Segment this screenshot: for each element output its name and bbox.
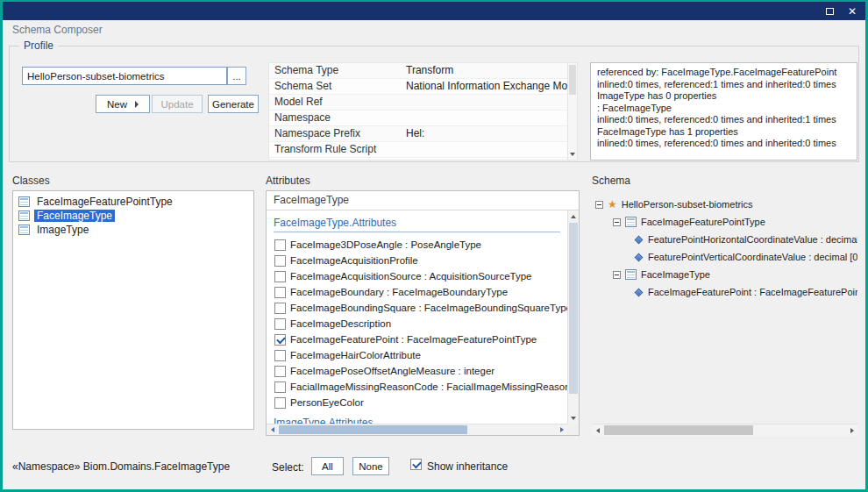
- tree-row[interactable]: FaceImageFeaturePoint : FaceImageFeature…: [592, 283, 857, 301]
- tree-row[interactable]: ★ HelloPerson-subset-biometrics: [592, 196, 857, 213]
- attribute-row[interactable]: FaceImagePoseOffsetAngleMeasure : intege…: [267, 363, 567, 379]
- tree-collapse-icon[interactable]: [595, 201, 603, 209]
- property-row[interactable]: Schema Type Transform: [269, 63, 567, 79]
- update-button[interactable]: Update: [152, 95, 203, 113]
- profile-info-panel: referenced by: FaceImageType.FaceImageFe…: [590, 62, 857, 160]
- scroll-down-icon[interactable]: [568, 149, 577, 159]
- attribute-label: FaceImagePoseOffsetAngleMeasure : intege…: [290, 366, 494, 376]
- tree-row[interactable]: FeaturePointVerticalCoordinateValue : de…: [592, 248, 857, 266]
- generate-button[interactable]: Generate: [208, 95, 259, 113]
- scroll-right-icon[interactable]: [556, 424, 567, 435]
- property-grid-rows: Schema Type Transform Schema Set Nationa…: [269, 63, 567, 160]
- scroll-left-icon[interactable]: [592, 424, 603, 436]
- attribute-checkbox[interactable]: [274, 255, 286, 267]
- attribute-checkbox[interactable]: [274, 271, 286, 282]
- property-row[interactable]: Transform Rule Script: [269, 142, 567, 158]
- profile-group-label: Profile: [19, 39, 58, 52]
- property-name: Namespace: [269, 111, 401, 125]
- attributes-vertical-scrollbar[interactable]: [567, 210, 579, 424]
- select-none-button[interactable]: None: [352, 457, 389, 475]
- close-icon[interactable]: ✕: [848, 6, 857, 17]
- select-all-button[interactable]: All: [311, 457, 344, 475]
- scrollbar-thumb[interactable]: [569, 65, 576, 95]
- attribute-row[interactable]: FaceImageAcquisitionSource : Acquisition…: [267, 268, 567, 284]
- restore-icon[interactable]: [826, 8, 834, 15]
- tree-row[interactable]: FaceImageFeaturePointType: [592, 213, 857, 231]
- attribute-label: FaceImageHairColorAttribute: [290, 350, 421, 360]
- attribute-label: FaceImageFeaturePoint : FaceImageFeature…: [290, 334, 537, 345]
- property-value: [401, 142, 567, 157]
- scroll-up-icon[interactable]: [568, 210, 579, 222]
- profile-name-input[interactable]: [22, 67, 227, 85]
- property-row[interactable]: Namespace Prefix Hel:: [269, 126, 567, 142]
- attribute-checkbox[interactable]: [274, 318, 286, 330]
- schema-panel: ★ HelloPerson-subset-biometrics FaceImag…: [592, 190, 857, 436]
- tree-row[interactable]: FaceImageType: [592, 266, 857, 283]
- titlebar: ✕: [3, 2, 865, 20]
- attribute-row[interactable]: FacialImageMissingReasonCode : FacialIma…: [267, 379, 567, 395]
- property-name: Schema Set: [269, 79, 401, 94]
- attribute-row[interactable]: PersonEyeColor: [267, 395, 567, 410]
- attribute-row[interactable]: FaceImageFeaturePoint : FaceImageFeature…: [267, 332, 567, 347]
- scrollbar-thumb[interactable]: [604, 425, 753, 435]
- attribute-label: FaceImage3DPoseAngle : PoseAngleType: [290, 239, 481, 250]
- property-value: [401, 111, 567, 125]
- browse-button[interactable]: ...: [227, 67, 246, 85]
- scrollbar-thumb[interactable]: [279, 425, 467, 434]
- info-line: inlined:0 times, referenced:0 times and …: [597, 114, 850, 126]
- attribute-checkbox[interactable]: [274, 287, 286, 298]
- attributes-horizontal-scrollbar[interactable]: [267, 424, 567, 435]
- new-button-label: New: [107, 99, 127, 110]
- class-item-label: ImageType: [34, 224, 91, 236]
- property-grid-scrollbar[interactable]: [567, 63, 577, 160]
- tree-label: FeaturePointVerticalCoordinateValue : de…: [648, 252, 857, 262]
- attribute-checkbox[interactable]: [274, 303, 286, 314]
- scroll-down-icon[interactable]: [568, 412, 579, 424]
- class-item-label: FaceImageType: [34, 210, 115, 222]
- attributes-section-header: ImageType.Attributes: [274, 417, 560, 424]
- class-list-item[interactable]: FaceImageFeaturePointType: [13, 195, 253, 209]
- schema-horizontal-scrollbar[interactable]: [592, 424, 857, 436]
- attribute-label: PersonEyeColor: [290, 397, 364, 408]
- tree-row[interactable]: FeaturePointHorizontalCoordinateValue : …: [592, 231, 857, 248]
- dialog-caption: Schema Composer: [12, 24, 103, 36]
- show-inheritance-checkbox[interactable]: [410, 459, 422, 470]
- attribute-checkbox[interactable]: [274, 397, 286, 409]
- scrollbar-thumb[interactable]: [569, 223, 578, 394]
- info-line: inlined:0 times, referenced:0 times and …: [597, 138, 850, 150]
- property-value: [401, 95, 567, 110]
- attribute-checkbox[interactable]: [274, 334, 286, 346]
- scroll-right-icon[interactable]: [846, 424, 857, 436]
- property-row[interactable]: Schema Set National Information Exchange…: [269, 79, 567, 95]
- class-icon: [625, 217, 637, 227]
- attribute-row[interactable]: FaceImageAcquisitionProfile: [267, 253, 567, 268]
- attribute-row[interactable]: FaceImageDescription: [267, 316, 567, 332]
- new-button[interactable]: New: [96, 95, 150, 113]
- attribute-row[interactable]: FaceImageBoundary : FaceImageBoundaryTyp…: [267, 284, 567, 300]
- property-name: Namespace Prefix: [269, 126, 401, 141]
- attribute-label: FacialImageMissingReasonCode : FacialIma…: [290, 381, 567, 392]
- class-list-item[interactable]: ImageType: [13, 223, 253, 237]
- info-line: inlined:0 times, referenced:1 times and …: [597, 79, 850, 91]
- property-row[interactable]: Namespace: [269, 111, 567, 126]
- scroll-left-icon[interactable]: [267, 424, 278, 435]
- attribute-row[interactable]: FaceImageBoundingSquare : FaceImageBound…: [267, 300, 567, 316]
- attribute-checkbox[interactable]: [274, 381, 286, 393]
- property-name: Transform Rule Script: [269, 142, 401, 157]
- info-line: FaceImageType has 1 properties: [597, 126, 850, 139]
- profile-group: Profile ... New Update Generate Schema T…: [9, 46, 859, 162]
- tree-label: FaceImageFeaturePointType: [641, 217, 765, 227]
- attribute-row[interactable]: FaceImageHairColorAttribute: [267, 347, 567, 363]
- profile-property-grid: Schema Type Transform Schema Set Nationa…: [268, 62, 578, 160]
- attribute-checkbox[interactable]: [274, 366, 286, 377]
- show-inheritance-label: Show inheritance: [427, 460, 508, 473]
- tree-collapse-icon[interactable]: [613, 218, 621, 226]
- tree-collapse-icon[interactable]: [613, 271, 621, 279]
- class-list-item[interactable]: FaceImageType: [13, 209, 253, 223]
- attributes-panel: FaceImageType FaceImageType.Attributes F…: [266, 190, 580, 436]
- attribute-row[interactable]: FaceImage3DPoseAngle : PoseAngleType: [267, 237, 567, 253]
- schema-tree: ★ HelloPerson-subset-biometrics FaceImag…: [592, 190, 857, 424]
- attribute-checkbox[interactable]: [274, 350, 286, 361]
- property-row[interactable]: Model Ref: [269, 95, 567, 111]
- attribute-checkbox[interactable]: [274, 239, 286, 251]
